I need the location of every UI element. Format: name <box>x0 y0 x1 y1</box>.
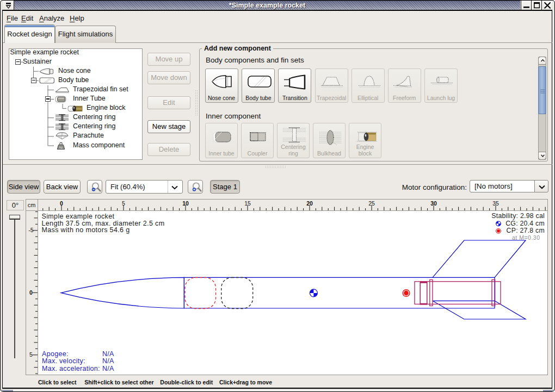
svg-text:Mass with no motors 54.6 g: Mass with no motors 54.6 g <box>42 226 130 234</box>
svg-text:5: 5 <box>29 351 33 358</box>
svg-text:Max. acceleration:: Max. acceleration: <box>42 365 100 372</box>
svg-text:N/A: N/A <box>102 365 114 372</box>
svg-text:0: 0 <box>60 200 63 207</box>
svg-text:kg: kg <box>59 145 63 148</box>
svg-text:N/A: N/A <box>102 357 114 365</box>
svg-text:CP: 27.8 cm: CP: 27.8 cm <box>507 227 545 234</box>
svg-text:35: 35 <box>492 200 499 207</box>
svg-text:30: 30 <box>430 200 437 207</box>
svg-text:cm: cm <box>28 202 36 208</box>
svg-text:CG: 20.4 cm: CG: 20.4 cm <box>505 220 545 227</box>
svg-text:Apogee:: Apogee: <box>42 350 69 358</box>
svg-text:5: 5 <box>122 200 125 207</box>
svg-text:20: 20 <box>306 200 313 207</box>
svg-text:10: 10 <box>182 200 189 207</box>
svg-text:at M=0.30: at M=0.30 <box>512 234 540 241</box>
svg-text:-5: -5 <box>28 227 33 233</box>
svg-text:15: 15 <box>244 200 251 207</box>
svg-text:25: 25 <box>368 200 375 207</box>
svg-text:0: 0 <box>29 289 33 296</box>
svg-text:Stability: 2.98 cal: Stability: 2.98 cal <box>491 212 545 220</box>
svg-text:Max. velocity:: Max. velocity: <box>42 357 85 365</box>
svg-text:N/A: N/A <box>102 350 114 358</box>
